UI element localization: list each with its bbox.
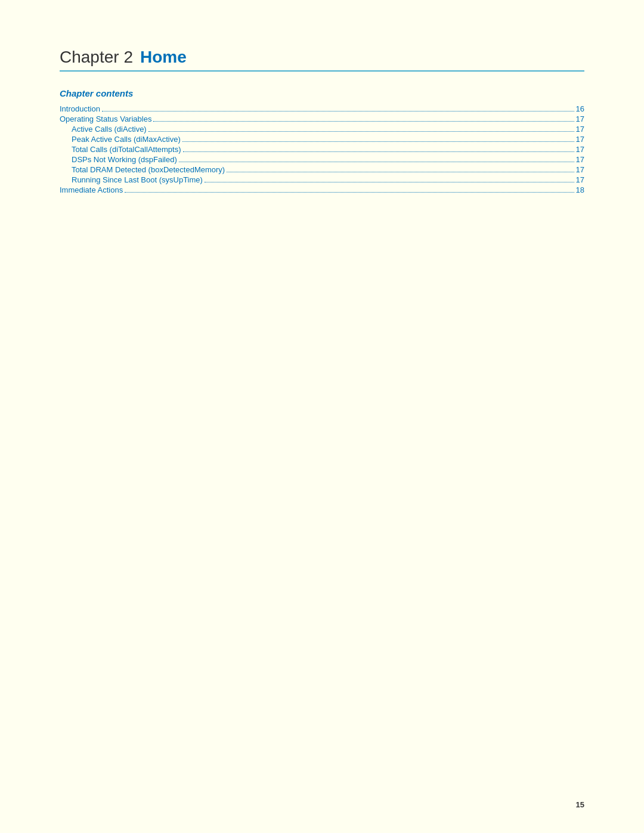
toc-dots-intro: [102, 111, 574, 112]
page-number: 15: [576, 800, 584, 809]
header-rule: [60, 70, 584, 72]
toc-dots-immediate-actions: [125, 192, 574, 193]
toc-dots-peak-active-calls: [182, 141, 574, 142]
toc-entry-operating-status[interactable]: Operating Status Variables17: [60, 114, 584, 123]
toc-entry-dsps-not-working[interactable]: DSPs Not Working (dspFailed)17: [60, 155, 584, 164]
toc-dots-total-calls: [183, 151, 574, 152]
toc-dots-operating-status: [153, 121, 574, 122]
toc-page-total-calls: 17: [576, 145, 584, 154]
toc-dots-active-calls: [148, 131, 574, 132]
toc-entry-text-dsps-not-working: DSPs Not Working (dspFailed): [72, 155, 177, 164]
toc-entry-text-total-dram: Total DRAM Detected (boxDetectedMemory): [72, 165, 225, 174]
page-container: Chapter 2 Home Chapter contents Introduc…: [0, 0, 644, 231]
toc-page-total-dram: 17: [576, 165, 584, 174]
toc-entry-text-total-calls: Total Calls (diTotalCallAttempts): [72, 145, 181, 154]
toc-entry-peak-active-calls[interactable]: Peak Active Calls (diMaxActive)17: [60, 135, 584, 144]
toc-page-intro: 16: [576, 104, 584, 113]
toc-entry-text-immediate-actions: Immediate Actions: [60, 185, 123, 194]
toc-entry-text-active-calls: Active Calls (diActive): [72, 125, 147, 134]
toc-page-immediate-actions: 18: [576, 185, 584, 194]
toc-page-operating-status: 17: [576, 114, 584, 123]
chapter-prefix: Chapter 2: [60, 48, 133, 67]
chapter-title: Home: [140, 48, 187, 67]
toc-page-peak-active-calls: 17: [576, 135, 584, 144]
toc-entry-text-peak-active-calls: Peak Active Calls (diMaxActive): [72, 135, 181, 144]
toc-entry-active-calls[interactable]: Active Calls (diActive)17: [60, 125, 584, 134]
chapter-header: Chapter 2 Home: [60, 48, 584, 67]
toc-entry-intro[interactable]: Introduction16: [60, 104, 584, 113]
toc-entry-text-intro: Introduction: [60, 104, 100, 113]
toc-dots-running-since: [205, 182, 574, 182]
toc-entry-total-calls[interactable]: Total Calls (diTotalCallAttempts)17: [60, 145, 584, 154]
chapter-contents-label: Chapter contents: [60, 88, 584, 98]
toc-entry-text-running-since: Running Since Last Boot (sysUpTime): [72, 175, 203, 184]
toc-page-dsps-not-working: 17: [576, 155, 584, 164]
toc-page-running-since: 17: [576, 175, 584, 184]
toc-entry-text-operating-status: Operating Status Variables: [60, 114, 151, 123]
toc-list: Introduction16Operating Status Variables…: [60, 104, 584, 194]
toc-entry-total-dram[interactable]: Total DRAM Detected (boxDetectedMemory)1…: [60, 165, 584, 174]
toc-page-active-calls: 17: [576, 125, 584, 134]
toc-entry-immediate-actions[interactable]: Immediate Actions18: [60, 185, 584, 194]
toc-dots-total-dram: [227, 172, 574, 172]
toc-entry-running-since[interactable]: Running Since Last Boot (sysUpTime)17: [60, 175, 584, 184]
toc-dots-dsps-not-working: [179, 162, 574, 162]
